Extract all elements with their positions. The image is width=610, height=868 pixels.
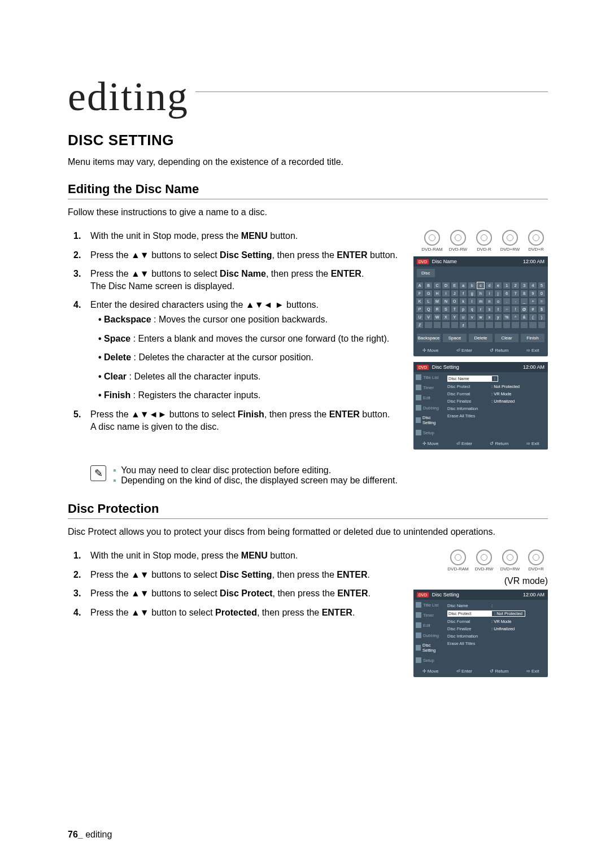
osd-disc-setting-2: DVDDisc Setting12:00 AMTitle ListTimerEd… <box>413 590 548 677</box>
sub2-steps: 1.With the unit in Stop mode, press the … <box>68 549 400 618</box>
sub2-right: DVD-RAMDVD-RWDVD+RWDVD+R (VR mode) DVDDi… <box>413 549 548 683</box>
sub1-right: DVD-RAMDVD-RWDVD-RDVD+RWDVD+R DVDDisc Na… <box>413 230 548 455</box>
chapter-title: editing <box>68 73 189 120</box>
osd-disc-name: DVDDisc Name12:00 AMDiscABCDEabcde12345F… <box>413 256 548 356</box>
disc-type-icon: DVD+RW <box>498 230 522 252</box>
disc-type-icon: DVD+R <box>524 549 548 572</box>
step: 4.Press the ▲▼ button to select Protecte… <box>90 607 400 619</box>
disc-type-icon: DVD-RW <box>446 230 470 252</box>
disc-type-row-1: DVD-RAMDVD-RWDVD-RDVD+RWDVD+R <box>413 230 548 252</box>
disc-type-row-2: DVD-RAMDVD-RWDVD+RWDVD+R <box>413 549 548 572</box>
osd-disc-setting-1: DVDDisc Setting12:00 AMTitle ListTimerEd… <box>413 362 548 450</box>
chapter-rule <box>195 91 548 92</box>
page-footer: 76_ editing <box>68 830 112 840</box>
note-icon: ✎ <box>90 465 106 481</box>
sub2-rule <box>68 518 548 519</box>
disc-type-icon: DVD-RAM <box>446 549 470 572</box>
step: 1.With the unit in Stop mode, press the … <box>90 549 400 562</box>
step: 3.Press the ▲▼ buttons to select Disc Pr… <box>90 587 400 600</box>
step: 2.Press the ▲▼ buttons to select Disc Se… <box>90 569 400 581</box>
sub1-rule <box>68 199 548 199</box>
disc-type-icon: DVD+R <box>524 230 548 252</box>
sub2-title: Disc Protection <box>68 501 548 516</box>
sub1-desc: Follow these instructions to give a name… <box>68 207 548 217</box>
sub1-steps: 1.With the unit in Stop mode, press the … <box>68 230 400 433</box>
sub1-columns: 1.With the unit in Stop mode, press the … <box>68 230 548 455</box>
chapter-row: editing <box>68 73 548 120</box>
page-number: 76_ <box>68 830 83 839</box>
vr-mode-label: (VR mode) <box>413 576 548 586</box>
step: 1.With the unit in Stop mode, press the … <box>90 230 400 242</box>
step: 2.Press the ▲▼ buttons to select Disc Se… <box>90 249 400 261</box>
footer-label: editing <box>83 830 112 839</box>
sub2-desc: Disc Protect allows you to protect your … <box>68 527 548 537</box>
section-title: DISC SETTING <box>68 132 548 149</box>
disc-type-icon: DVD-RW <box>472 549 496 572</box>
disc-type-icon: DVD+RW <box>498 549 522 572</box>
disc-type-icon: DVD-R <box>472 230 496 252</box>
step: 3.Press the ▲▼ buttons to select Disc Na… <box>90 268 400 292</box>
sub2-left: 1.With the unit in Stop mode, press the … <box>68 549 400 683</box>
note-item: You may need to clear disc protection be… <box>113 465 398 476</box>
disc-type-icon: DVD-RAM <box>420 230 444 252</box>
step: 4.Enter the desired characters using the… <box>90 299 400 402</box>
sub1-title: Editing the Disc Name <box>68 182 548 197</box>
step: 5.Press the ▲▼◄► buttons to select Finis… <box>90 408 400 433</box>
note-list: You may need to clear disc protection be… <box>113 465 398 486</box>
note-box: ✎ You may need to clear disc protection … <box>90 465 548 486</box>
sub1-left: 1.With the unit in Stop mode, press the … <box>68 230 400 455</box>
sub2-columns: 1.With the unit in Stop mode, press the … <box>68 549 548 683</box>
section-intro: Menu items may vary, depending on the ex… <box>68 157 548 167</box>
note-item: Depending on the kind of disc, the displ… <box>113 476 398 486</box>
